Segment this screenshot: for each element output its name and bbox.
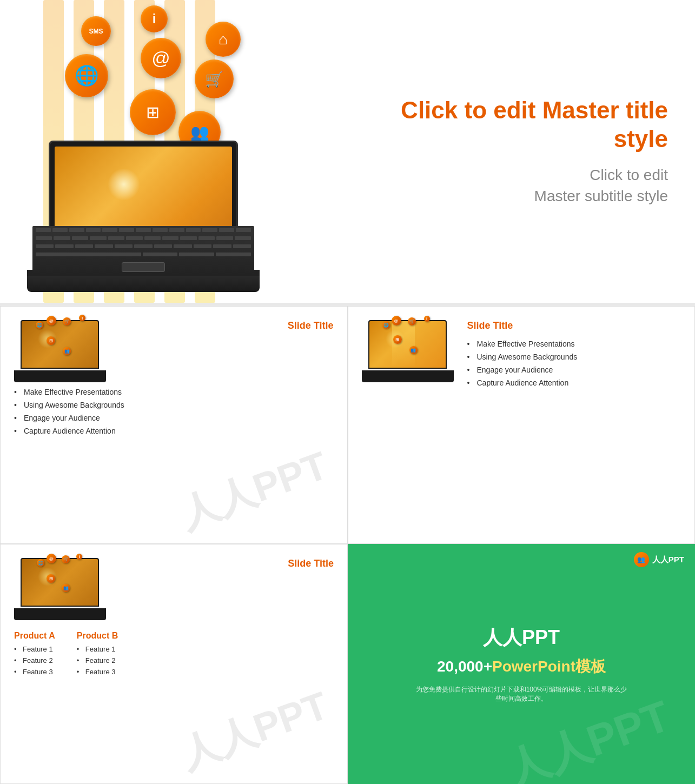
bottom-left-header: @ 🛒 🌐 ⊞ 👥 i Slide Title [14, 558, 334, 620]
main-slide-text: Click to edit Master title style Click t… [382, 75, 695, 228]
product-b-features: Feature 1 Feature 2 Feature 3 [77, 645, 118, 676]
product-b-column: Product B Feature 1 Feature 2 Feature 3 [77, 631, 118, 679]
green-subtitle-suffix: PowerPoint模板 [492, 658, 606, 675]
bottom-left-laptop: @ 🛒 🌐 ⊞ 👥 i [14, 558, 106, 620]
thumb-right-title[interactable]: Slide Title [467, 320, 681, 331]
thumb-right-bullets: Make Effective Presentations Using Aweso… [467, 340, 681, 387]
bullet-item: Engage your Audience [467, 366, 681, 374]
subtitle-line1[interactable]: Click to edit [590, 167, 668, 183]
bottom-left-slide-title[interactable]: Slide Title [114, 558, 334, 569]
product-a-feature-1: Feature 1 [14, 645, 55, 653]
bullet-item: Engage your Audience [14, 414, 334, 422]
main-slide-illustration: SMS i 🌐 @ ⌂ 🛒 ⊞ 👥 [0, 0, 382, 303]
thumb-left-title[interactable]: Slide Title [114, 320, 334, 331]
watermark-bottom-left: 人人PPT [173, 680, 335, 781]
bl-globe-icon: 🌐 [37, 559, 44, 567]
tr-network-icon: ⊞ [393, 335, 402, 344]
product-b-feature-2: Feature 2 [77, 656, 118, 665]
tr-cart-icon: 🛒 [408, 317, 416, 325]
green-logo: 👥 人人PPT [634, 552, 684, 567]
at-icon: @ [141, 38, 181, 78]
globe-icon: 🌐 [65, 54, 108, 97]
product-a-column: Product A Feature 1 Feature 2 Feature 3 [14, 631, 55, 679]
tl-at-icon: @ [47, 316, 56, 325]
bullet-item: Capture Audience Attention [14, 427, 334, 435]
product-b-feature-1: Feature 1 [77, 645, 118, 653]
bl-at-icon: @ [47, 554, 56, 563]
bottom-left-panel: @ 🛒 🌐 ⊞ 👥 i Slide Title Product A Featur… [0, 544, 348, 784]
tr-at-icon: @ [392, 316, 401, 325]
sms-icon: SMS [81, 16, 111, 46]
subtitle-line2[interactable]: Master subtitle style [534, 188, 668, 204]
bl-network-icon: ⊞ [47, 574, 55, 583]
laptop-illustration [16, 92, 276, 292]
thumb-right-laptop: @ 🛒 🌐 ⊞ 👥 i [362, 320, 454, 382]
bullet-item: Using Awesome Backgrounds [14, 401, 334, 409]
tr-globe-icon: 🌐 [382, 321, 390, 329]
watermark-left: 人人PPT [173, 440, 335, 541]
thumbnails-row: @ 🛒 🌐 ⊞ 👥 i Slide Title Make Effective P… [0, 306, 695, 544]
bottom-right-panel: 👥 人人PPT 人人PPT 20,000+PowerPoint模板 为您免费提供… [348, 544, 695, 784]
tl-info-icon: i [79, 315, 85, 321]
main-subtitle: Click to edit Master subtitle style [534, 164, 668, 207]
bullet-item: Capture Audience Attention [467, 378, 681, 387]
bl-cart-icon: 🛒 [62, 555, 70, 563]
tl-network-icon: ⊞ [47, 336, 55, 345]
product-b-label: Product B [77, 631, 118, 641]
bullet-item: Make Effective Presentations [467, 340, 681, 348]
thumb-left-laptop: @ 🛒 🌐 ⊞ 👥 i [14, 320, 106, 382]
thumbnail-left: @ 🛒 🌐 ⊞ 👥 i Slide Title Make Effective P… [0, 306, 348, 544]
tl-globe-icon: 🌐 [36, 321, 43, 329]
thumbnail-right: @ 🛒 🌐 ⊞ 👥 i Slide Title Make Effective P… [348, 306, 696, 544]
green-logo-text: 人人PPT [652, 555, 684, 565]
product-a-label: Product A [14, 631, 55, 641]
tr-users-icon: 👥 [409, 346, 418, 354]
home-icon: ⌂ [206, 22, 241, 57]
tl-cart-icon: 🛒 [63, 317, 71, 325]
thumb-right-header: @ 🛒 🌐 ⊞ 👥 i Slide Title Make Effective P… [362, 320, 681, 391]
product-a-feature-2: Feature 2 [14, 656, 55, 665]
green-subtitle: 20,000+PowerPoint模板 [437, 656, 606, 677]
bottom-row: @ 🛒 🌐 ⊞ 👥 i Slide Title Product A Featur… [0, 544, 695, 784]
bl-info-icon: i [76, 554, 82, 560]
tl-users-icon: 👥 [63, 347, 71, 355]
product-a-feature-3: Feature 3 [14, 668, 55, 676]
thumb-left-header: @ 🛒 🌐 ⊞ 👥 i Slide Title [14, 320, 334, 382]
info-icon: i [141, 5, 168, 32]
tr-info-icon: i [424, 316, 430, 322]
bullet-item: Using Awesome Backgrounds [467, 353, 681, 361]
product-columns: Product A Feature 1 Feature 2 Feature 3 … [14, 631, 334, 679]
bl-users-icon: 👥 [62, 584, 70, 592]
bullet-item: Make Effective Presentations [14, 388, 334, 396]
green-logo-icon: 👥 [634, 552, 649, 567]
green-subtitle-prefix: 20,000+ [437, 658, 492, 675]
green-main-title: 人人PPT [483, 624, 560, 651]
product-b-feature-3: Feature 3 [77, 668, 118, 676]
main-title[interactable]: Click to edit Master title style [393, 96, 668, 154]
main-slide: SMS i 🌐 @ ⌂ 🛒 ⊞ 👥 [0, 0, 695, 303]
green-description: 为您免费提供自行设计的幻灯片下载和100%可编辑的模板，让世界那么少些时间高效工… [413, 685, 630, 703]
product-a-features: Feature 1 Feature 2 Feature 3 [14, 645, 55, 676]
thumb-left-bullets: Make Effective Presentations Using Aweso… [14, 388, 334, 440]
